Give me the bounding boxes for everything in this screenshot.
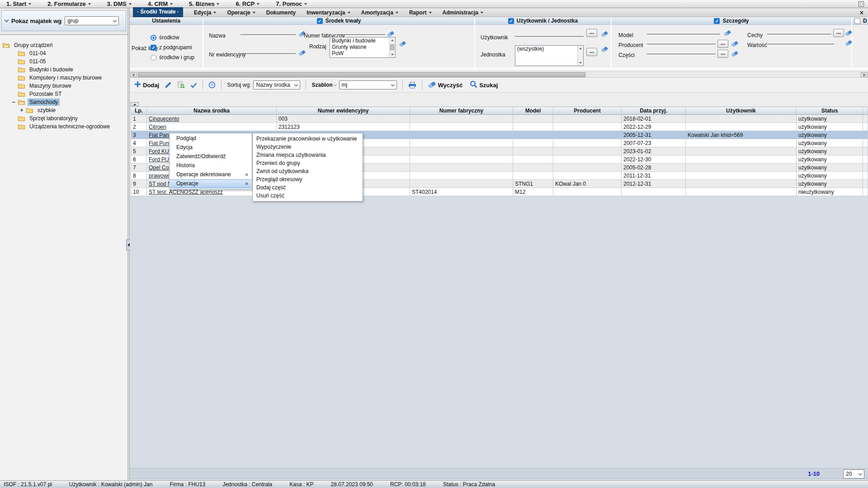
jednostka-browse-button[interactable] (586, 48, 597, 56)
radio-srodkow[interactable] (151, 35, 156, 41)
column-header[interactable]: Nazwa środka (147, 107, 277, 115)
tree-item[interactable]: −Samochody (0, 98, 127, 106)
chevron-down-icon[interactable] (5, 18, 9, 22)
context-menu-item[interactable]: Podgląd (170, 134, 251, 143)
numer-fabryczny-input[interactable] (340, 28, 385, 35)
tree-item[interactable]: Pozostałe ST (0, 90, 127, 98)
scroll-right-icon[interactable] (861, 72, 868, 77)
context-submenu-item[interactable]: Przekazanie pracownikowi w użytkowanie (253, 135, 363, 143)
rodzaj-option[interactable]: PoW (330, 50, 395, 56)
page-size-select[interactable]: 20 (843, 469, 864, 479)
module-menu-item[interactable]: Amortyzacja (361, 9, 398, 16)
approve-check-icon[interactable] (190, 82, 197, 88)
tree-item[interactable]: Budynki i budowle (0, 66, 127, 74)
top-menu-item[interactable]: 5. Biznes (189, 0, 219, 7)
scrollbar-thumb[interactable] (138, 72, 585, 77)
horizontal-scrollbar[interactable] (130, 71, 868, 78)
context-menu-item[interactable]: Operacje (170, 179, 251, 188)
context-submenu-item[interactable]: Przegląd okresowy (253, 175, 363, 183)
asset-name-link[interactable]: prawowit (149, 173, 170, 179)
asset-name-link[interactable]: Cinquecento (149, 116, 179, 122)
scrollbar-thumb[interactable] (390, 44, 394, 50)
uzytkownik-input[interactable] (515, 30, 584, 37)
maximize-icon[interactable] (859, 1, 864, 7)
clear-uzytkownik-icon[interactable] (601, 31, 609, 38)
table-row[interactable]: 1Cinquecento0032018-02-01użytkowany (131, 115, 868, 123)
clear-jednostka-icon[interactable] (601, 46, 609, 53)
history-clock-icon[interactable] (208, 81, 216, 89)
clear-czesci-icon[interactable] (731, 51, 739, 58)
top-menu-item[interactable]: 1. Start (6, 0, 31, 7)
print-icon[interactable] (408, 82, 416, 89)
rodzaj-listbox[interactable]: Budynki i budowleGrunty własnePoW (330, 37, 396, 58)
context-menu-item[interactable]: Zatwierdź/Odtwierdź (170, 152, 251, 161)
view-by-select[interactable]: grup (65, 16, 119, 25)
clear-wartosc-icon[interactable] (845, 40, 853, 47)
model-input[interactable] (647, 28, 720, 34)
uzytkownik-browse-button[interactable] (586, 29, 597, 37)
tree-item[interactable]: Komputery i maszyny biurowe (0, 74, 127, 82)
checkbox-szczegoly[interactable] (714, 18, 720, 24)
tree-item[interactable]: Sprzęt laboratoryjny (0, 114, 127, 122)
clear-rodzaj-icon[interactable] (399, 41, 406, 48)
tree-item[interactable]: Maszyny biurowe (0, 82, 127, 90)
jednostka-value[interactable]: (wszystkie) (515, 46, 583, 52)
clear-cechy-icon[interactable] (845, 30, 853, 37)
checkbox-srodek-trwaly[interactable] (317, 18, 323, 24)
context-submenu-item[interactable]: Zwrot od użytkownika (253, 167, 363, 175)
top-menu-item[interactable]: 3. DMS (107, 0, 132, 7)
close-icon[interactable] (860, 9, 863, 17)
expand-icon[interactable]: + (19, 107, 24, 113)
module-menu-item[interactable]: Inwentaryzacja (307, 9, 350, 16)
tree-item[interactable]: 011-05 (0, 57, 127, 66)
wyczysc-button[interactable]: Wyczyść (428, 81, 463, 89)
asset-name-link[interactable]: Citroen (149, 124, 166, 130)
column-header[interactable]: Użytkownik (686, 107, 797, 115)
context-menu-item[interactable]: Operacje dekretowane (170, 170, 251, 179)
context-submenu-item[interactable]: Usuń część (253, 192, 363, 200)
option-srodkow[interactable]: środków (151, 34, 179, 41)
context-submenu-item[interactable]: Przenieś do grupy (253, 159, 363, 167)
module-menu-item[interactable]: Dokumenty (266, 9, 296, 16)
column-header[interactable]: Lp. (131, 107, 147, 115)
column-header[interactable]: Numer fabryczny (410, 107, 513, 115)
producent-input[interactable] (647, 38, 716, 44)
preview-document-icon[interactable] (177, 81, 185, 89)
column-header[interactable]: Producent (553, 107, 622, 115)
scrollbar[interactable] (577, 46, 583, 66)
context-submenu-item[interactable]: Zmiana miejsca użytkowania (253, 151, 363, 159)
context-submenu-item[interactable]: Dodaj część (253, 183, 363, 192)
module-menu-item[interactable]: Operacje (227, 9, 255, 16)
top-menu-item[interactable]: 2. Formularze (47, 0, 91, 7)
rodzaj-option[interactable]: Budynki i budowle (330, 38, 395, 44)
producent-browse-button[interactable] (717, 40, 728, 48)
column-header[interactable]: Status (797, 107, 863, 115)
option-z-podgrupami[interactable]: z podgrupami (151, 44, 192, 51)
checkbox-z-podgrupami[interactable] (151, 45, 156, 51)
jednostka-listbox[interactable]: (wszystkie) (515, 45, 584, 66)
sort-select[interactable]: Nazwy środka (253, 80, 300, 89)
nazwa-input[interactable] (241, 28, 296, 35)
table-row[interactable]: 2Citroen23121232022-12-29użytkowany (131, 123, 868, 131)
clear-nr-ewidencyjny-icon[interactable] (298, 50, 306, 57)
wartosc-input[interactable] (767, 38, 834, 44)
module-menu-item[interactable]: Administracja (443, 9, 483, 16)
top-menu-item[interactable]: 7. Pomoc (276, 0, 307, 7)
asset-name-link[interactable]: ST pod N (149, 181, 171, 187)
column-header[interactable]: Numer ewidencyjny (277, 107, 410, 115)
scrollbar[interactable] (389, 38, 395, 57)
nr-ewidencyjny-input[interactable] (241, 47, 296, 54)
module-tab-active[interactable]: · Środki Trwałe · (133, 7, 183, 18)
szukaj-button[interactable]: Szukaj (470, 80, 498, 89)
column-header[interactable]: Data przyj. (622, 107, 686, 115)
template-select[interactable]: mj (339, 80, 397, 89)
context-submenu-item[interactable]: Wypożyczenie (253, 143, 363, 151)
scroll-left-icon[interactable] (130, 72, 137, 77)
czesci-browse-button[interactable] (717, 50, 728, 58)
collapse-list-icon[interactable] (131, 102, 139, 106)
option-srodkow-i-grup[interactable]: środków i grup (151, 54, 194, 61)
tree-item[interactable]: Urządzenia techniczne-ogrodowe (0, 122, 127, 131)
edit-pencil-icon[interactable] (165, 81, 172, 89)
cechy-input[interactable] (767, 28, 831, 34)
radio-srodkow-i-grup[interactable] (151, 55, 156, 61)
